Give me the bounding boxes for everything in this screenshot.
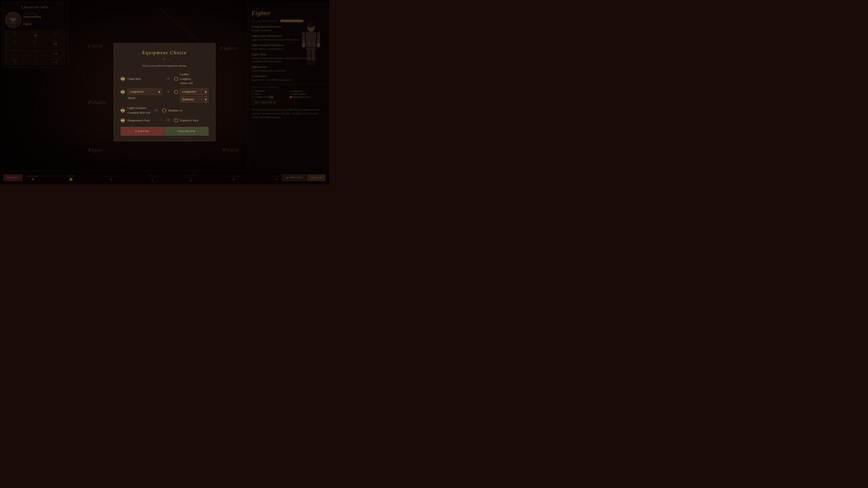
- modal-buttons: CANCEL VALIDATE: [121, 127, 209, 135]
- equipment-row-3: Light Crossbow Crossbow Bolt x20 OR Hand…: [121, 106, 209, 115]
- shield-label: Shield: [127, 96, 162, 100]
- handaxe-label: Handaxe x2: [168, 109, 209, 112]
- modal-title: Equipment Choice: [121, 50, 209, 55]
- radio-longsword-shield[interactable]: [121, 90, 125, 94]
- radio-longsword-battleaxe[interactable]: [174, 90, 178, 94]
- radio-crossbow[interactable]: [121, 108, 125, 112]
- radio-explorers[interactable]: [174, 119, 178, 123]
- or-label-1: OR: [164, 77, 171, 80]
- longsword-dropdown-wrapper-right: Longsword Handaxe ▾: [180, 89, 209, 95]
- modal-subtitle: Select your preferred equipment options.: [121, 64, 209, 68]
- dungeoneers-label: Dungeoneer's Pack: [127, 119, 162, 122]
- modal-validate-button[interactable]: VALIDATE: [165, 127, 209, 135]
- equipment-choice-modal: Equipment Choice ~ ✦ ~ Select your prefe…: [114, 43, 215, 141]
- or-label-4: OR: [164, 119, 171, 122]
- right-option-3: Handaxe x2: [162, 108, 209, 112]
- equipment-row-2: Longsword Battleaxe ▾ Shield OR Longswor…: [121, 89, 209, 103]
- longsword-select-right[interactable]: Longsword Handaxe: [180, 89, 209, 95]
- modal-cancel-button[interactable]: CANCEL: [121, 127, 164, 135]
- left-option-2: Longsword Battleaxe ▾ Shield: [127, 89, 162, 100]
- right-option-2: Longsword Handaxe ▾ Battleaxe Handaxe ▾: [174, 89, 209, 103]
- radio-chainmail[interactable]: [121, 77, 125, 81]
- or-label-3: OR: [153, 109, 160, 112]
- equipment-row-1: Chain Mail OR Leather Longbow Arrow x20: [121, 72, 209, 86]
- battleaxe-select[interactable]: Battleaxe Handaxe: [180, 96, 209, 103]
- right-option-4: Explorer's Pack: [174, 119, 209, 123]
- equipment-row-4: Dungeoneer's Pack OR Explorer's Pack: [121, 119, 209, 123]
- crossbow-labels: Light Crossbow Crossbow Bolt x20: [127, 106, 150, 115]
- modal-overlay: Equipment Choice ~ ✦ ~ Select your prefe…: [0, 0, 329, 184]
- longsword-dropdown-wrapper-left: Longsword Battleaxe ▾: [127, 89, 162, 95]
- leather-labels: Leather Longbow Arrow x20: [180, 72, 209, 86]
- battleaxe-dropdown-wrapper: Battleaxe Handaxe ▾: [180, 96, 209, 103]
- or-label-2: OR: [164, 89, 171, 93]
- right-option-1: Leather Longbow Arrow x20: [174, 72, 209, 86]
- radio-dungeoneers[interactable]: [121, 119, 125, 123]
- radio-handaxe[interactable]: [162, 108, 166, 112]
- chainmail-label: Chain Mail: [127, 77, 162, 80]
- explorers-label: Explorer's Pack: [180, 119, 209, 122]
- modal-ornament: ~ ✦ ~: [121, 57, 209, 61]
- radio-leather[interactable]: [174, 77, 178, 81]
- right-dropdowns-2: Longsword Handaxe ▾ Battleaxe Handaxe ▾: [180, 89, 209, 103]
- longsword-select-left[interactable]: Longsword Battleaxe: [127, 89, 162, 95]
